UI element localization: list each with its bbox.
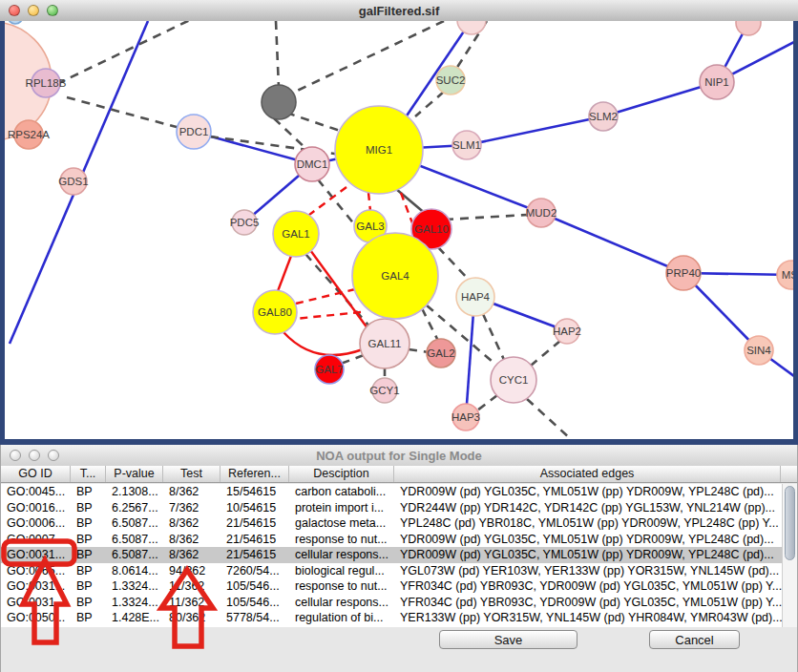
column-header-test[interactable]: Test [163,466,220,482]
cell-test: 8/362 [163,515,220,532]
screen: { "network_window": { "title": "galFilte… [0,0,798,672]
table-row[interactable]: GO:0045...BP2.1308...8/36215/54615carbon… [1,484,782,500]
network-edge [445,215,528,220]
network-edge [368,193,370,211]
network-node-label: CYC1 [499,374,529,386]
column-header-go-id[interactable]: GO ID [1,466,71,482]
noa-window-title: NOA output for Single Mode [1,449,797,463]
column-header-associated-edges[interactable]: Associated edges [394,466,781,482]
cell-test: 11/362 [163,578,220,595]
table-rows: GO:0045...BP2.1308...8/36215/54615carbon… [1,484,782,626]
cell-description: protein import i... [289,500,394,516]
cell-type: BP [71,532,106,548]
network-edge [278,256,291,291]
network-node-label: RPL18B [26,77,67,89]
vertical-scrollbar[interactable] [782,484,797,627]
cell-edges: YFR034C (pd) YBR093C, YDR009W (pd) YGL03… [394,595,782,611]
cell-test: 7/362 [163,500,220,516]
network-node-label: SUC2 [436,74,466,86]
column-header-p-value[interactable]: P-value [106,466,163,482]
network-node[interactable] [262,85,296,119]
cell-edges: YGL073W (pd) YER103W, YER133W (pp) YOR31… [394,563,782,579]
button-bar: Save Cancel [1,627,797,672]
cell-description: response to nut... [289,578,394,595]
network-node-label: SIN4 [746,345,771,356]
table-row[interactable]: GO:0031...BP6.5087...8/36221/54615cellul… [1,547,782,563]
cell-p_value: 1.3324... [106,595,163,611]
network-node[interactable] [8,21,23,24]
cell-type: BP [71,595,106,611]
network-node-label: GAL3 [356,220,384,232]
column-header-type[interactable]: T... [71,466,106,482]
cell-p_value: 6.5087... [106,532,163,548]
cancel-button[interactable]: Cancel [649,630,740,649]
cell-reference: 7260/54... [220,563,289,579]
network-node-label: PRP40 [666,267,701,279]
cell-go_id: GO:0050... [1,610,71,626]
cell-test: 80/362 [163,610,220,626]
network-canvas[interactable]: RPL18BRPS24AGDS1PDC1DMC1MIG1SUC2SLM1SLM2… [0,21,798,445]
cell-reference: 5778/54... [220,610,289,626]
cell-reference: 15/54615 [220,484,289,500]
table-row[interactable]: GO:0065...BP8.0614...94/3627260/54...bio… [1,563,782,579]
table-row[interactable]: GO:0016...BP6.2567...7/36210/54615protei… [1,500,782,516]
cell-go_id: GO:0007... [1,532,71,548]
network-graph: RPL18BRPS24AGDS1PDC1DMC1MIG1SUC2SLM1SLM2… [5,21,793,439]
network-node-label: GCY1 [369,385,399,396]
cell-go_id: GO:0031... [1,595,71,611]
network-edge [409,349,429,352]
cell-description: biological regul... [289,563,394,579]
table-row[interactable]: GO:0031...BP1.3324...11/362105/546...cel… [1,595,782,611]
network-edge [67,97,194,132]
cell-p_value: 1.428E... [106,610,163,626]
table-row[interactable]: GO:0006...BP6.5087...8/36221/54615galact… [1,515,782,532]
network-node-label: HAP2 [553,326,581,337]
cell-reference: 105/546... [220,578,289,595]
table-row[interactable]: GO:0007...BP6.5087...8/36221/54615respon… [1,532,782,548]
network-node-label: MUD2 [526,207,557,219]
table-row[interactable]: GO:0050...BP1.428E...80/3625778/54...reg… [1,610,782,626]
cell-test: 8/362 [163,484,220,500]
network-node-label: GAL4 [381,270,410,282]
network-node-label: HAP3 [452,411,480,423]
cell-edges: YDR009W (pd) YGL035C, YML051W (pp) YDR00… [394,484,782,500]
network-node-label: GAL80 [258,306,292,318]
cell-edges: YDR009W (pd) YGL035C, YML051W (pp) YDR00… [394,547,782,563]
network-node-label: RPS24A [8,129,50,140]
network-edge [483,314,505,362]
zoom-button-inactive[interactable] [48,450,59,461]
network-node-label: GAL10 [414,223,449,235]
cell-type: BP [71,610,106,626]
cell-type: BP [71,500,106,516]
minimize-button-inactive[interactable] [29,450,40,461]
network-node-label: SLM2 [589,111,618,122]
table-row[interactable]: GO:0031...BP1.3324...11/362105/546...res… [1,578,782,595]
network-window-titlebar[interactable]: galFiltered.sif [0,0,798,22]
cell-edges: YDR244W (pp) YDR142C, YDR142C (pp) YGL15… [394,500,782,516]
cell-go_id: GO:0045... [1,484,71,500]
column-header-reference[interactable]: Referen... [220,466,289,482]
network-node-label: GAL2 [427,347,454,359]
cell-description: response to nut... [289,532,394,548]
minimize-button[interactable] [28,5,39,16]
cell-edges: YFR034C (pd) YBR093C, YDR009W (pd) YGL03… [394,578,782,595]
cell-test: 11/362 [163,595,220,611]
network-edge [291,21,444,94]
cell-description: cellular respons... [289,547,394,563]
save-button[interactable]: Save [439,630,578,649]
scrollbar-thumb[interactable] [785,486,795,560]
cell-reference: 21/54615 [220,532,289,548]
network-node[interactable] [736,21,761,35]
noa-window-titlebar[interactable]: NOA output for Single Mode [1,445,797,467]
network-edge [274,118,308,151]
column-header-description[interactable]: Desciption [289,466,394,482]
network-node-label: MIG1 [366,144,392,156]
cell-p_value: 6.5087... [106,515,163,532]
cell-p_value: 1.3324... [106,578,163,595]
cell-p_value: 6.2567... [106,500,163,516]
close-button[interactable] [9,5,20,16]
network-node[interactable] [457,21,486,34]
network-edge [276,21,279,88]
close-button-inactive[interactable] [10,450,21,461]
zoom-button[interactable] [47,5,58,16]
